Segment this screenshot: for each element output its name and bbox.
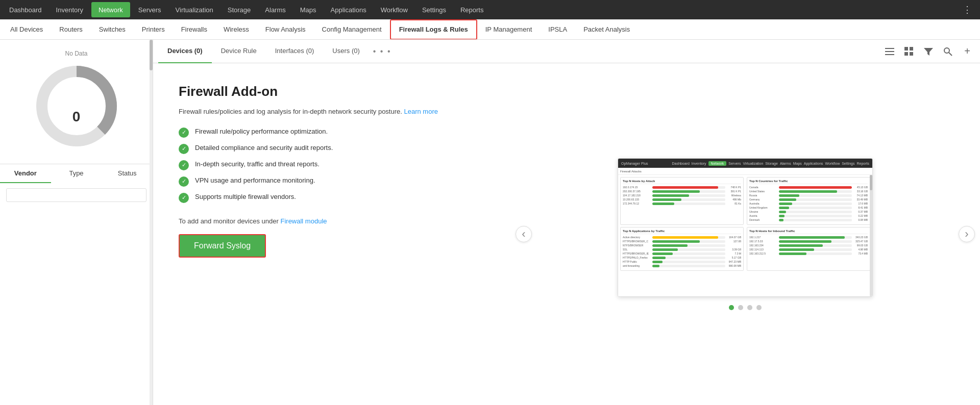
carousel-next-button[interactable]: ›: [959, 226, 975, 242]
nav-item-workflow[interactable]: Workflow: [374, 0, 415, 19]
mini-p2-label5: Australia: [749, 202, 777, 205]
tabs-actions: +: [882, 44, 975, 59]
mini-p2-val5: 17.6 MB: [853, 202, 868, 205]
tab-interfaces[interactable]: Interfaces (0): [266, 40, 324, 63]
mini-p3-val8: 990.08 MB: [727, 264, 741, 267]
subnav-switches[interactable]: Switches: [91, 19, 134, 40]
subnav-config-management[interactable]: Config Management: [314, 19, 390, 40]
mini-scroll-thumb: [870, 175, 872, 190]
learn-more-link[interactable]: Learn more: [404, 108, 438, 115]
mini-p2-val4: 33.49 MB: [853, 198, 868, 201]
tabs-more-dots[interactable]: • • •: [373, 47, 391, 56]
mini-panel-hosts-attack: Top N Hosts by Attack 192.0.174.15 748 K…: [620, 177, 744, 225]
nav-item-maps[interactable]: Maps: [293, 0, 324, 19]
nav-item-network[interactable]: Network: [91, 2, 130, 17]
mini-p2-bar6: [779, 207, 852, 209]
nav-item-inventory[interactable]: Inventory: [49, 0, 90, 19]
mini-p2-row8: Austria 0.22 MB: [749, 214, 868, 217]
mini-p2-bar2: [779, 190, 852, 193]
filter-button[interactable]: [921, 44, 936, 59]
nav-item-alarms[interactable]: Alarms: [258, 0, 292, 19]
tab-device-rule[interactable]: Device Rule: [212, 40, 266, 63]
subnav-firewalls[interactable]: Firewalls: [173, 19, 215, 40]
status-tab[interactable]: Status: [102, 164, 153, 183]
svg-rect-2: [885, 48, 894, 49]
svg-point-10: [944, 48, 949, 53]
svg-rect-6: [910, 47, 913, 50]
forward-syslog-button[interactable]: Forward Syslog: [179, 234, 266, 258]
nav-item-dashboard[interactable]: Dashboard: [2, 0, 49, 19]
mini-nav-virt: Virtualization: [743, 162, 763, 165]
mini-p2-label3: Russia: [749, 194, 777, 197]
mini-p1-bar3: [652, 194, 725, 197]
mini-p2-bar1: [779, 186, 852, 189]
mini-bottom-row: Top N Applications by Traffic Active dir…: [620, 227, 870, 271]
mini-p2-label1: Canada: [749, 186, 777, 189]
nav-item-reports[interactable]: Reports: [453, 0, 491, 19]
check-icon-4: ✓: [179, 176, 189, 187]
subnav-wireless[interactable]: Wireless: [215, 19, 257, 40]
mini-p1-row4: 10.200.63.133 486 Mb: [623, 198, 741, 201]
mini-p2-bar7: [779, 211, 852, 213]
mini-p4-label4: 192.114.113: [749, 248, 777, 251]
svg-rect-7: [904, 52, 908, 56]
mini-nav-inventory: Inventory: [692, 162, 706, 165]
nav-item-virtualization[interactable]: Virtualization: [168, 0, 220, 19]
mini-p2-row2: United States 33.16 GB: [749, 190, 868, 193]
subnav-printers[interactable]: Printers: [134, 19, 173, 40]
grid-view-button[interactable]: [901, 44, 917, 59]
feature-text-2: Detailed compliance and security audit r…: [195, 144, 333, 151]
carousel-dot-1[interactable]: [729, 305, 734, 310]
subnav-packet-analysis[interactable]: Packet Analysis: [575, 19, 638, 40]
firewall-module-highlight: Firewall module: [280, 217, 327, 225]
nav-item-storage[interactable]: Storage: [220, 0, 258, 19]
mini-p1-label1: 192.0.174.15: [623, 186, 651, 189]
subnav-ipsla[interactable]: IPSLA: [540, 19, 575, 40]
mini-nav-dashboard: Dashboard: [672, 162, 690, 165]
carousel-dot-4[interactable]: [756, 305, 762, 310]
nav-item-settings[interactable]: Settings: [415, 0, 453, 19]
carousel-prev-button[interactable]: ‹: [516, 226, 532, 242]
carousel-dot-3[interactable]: [747, 305, 752, 310]
nav-item-servers[interactable]: Servers: [131, 0, 168, 19]
mini-p3-row5: HTTPS/BROWSER_IE 7.3 M: [623, 252, 741, 255]
feature-item-4: ✓ VPN usage and performance monitoring.: [179, 176, 485, 187]
mini-p3-bar1: [652, 236, 725, 239]
subnav-routers[interactable]: Routers: [51, 19, 91, 40]
nav-item-applications[interactable]: Applications: [324, 0, 374, 19]
search-button[interactable]: [940, 44, 955, 59]
mini-p4-bar5: [779, 252, 852, 255]
mini-p2-label8: Austria: [749, 214, 777, 217]
sidebar-search-input[interactable]: [6, 188, 146, 202]
subnav-ip-management[interactable]: IP Management: [477, 19, 541, 40]
tab-users[interactable]: Users (0): [323, 40, 369, 63]
mini-p2-val9: 0.08 MB: [853, 218, 868, 221]
donut-wrapper: 0: [31, 60, 122, 154]
mini-p4-bar4: [779, 248, 852, 251]
mini-p3-row7: HTTP Public 947.23 MB: [623, 260, 741, 263]
mini-p3-label3: NTFS/BROWSER: [623, 244, 651, 247]
type-tab[interactable]: Type: [51, 164, 102, 183]
mini-p2-label2: United States: [749, 190, 777, 193]
mini-p4-label3: 192.163.234: [749, 244, 777, 247]
mini-p3-label6: HTTPS/PALO_Firefox: [623, 256, 651, 259]
sub-navigation: All Devices Routers Switches Printers Fi…: [0, 19, 980, 40]
subnav-flow-analysis[interactable]: Flow Analysis: [257, 19, 314, 40]
mini-app-name: OpManager Plus: [621, 162, 648, 165]
subnav-all-devices[interactable]: All Devices: [2, 19, 51, 40]
feature-list: ✓ Firewall rule/policy performance optim…: [179, 128, 485, 203]
nav-more-icon[interactable]: ⋮: [957, 4, 978, 15]
mini-p3-bar4: [652, 248, 725, 251]
list-view-button[interactable]: [882, 44, 897, 59]
tab-devices[interactable]: Devices (0): [158, 40, 212, 63]
add-button[interactable]: +: [960, 44, 975, 59]
subnav-firewall-logs-rules[interactable]: Firewall Logs & Rules: [390, 19, 477, 40]
carousel-dot-2[interactable]: [738, 305, 743, 310]
check-icon-2: ✓: [179, 144, 189, 154]
mini-topbar: OpManager Plus Dashboard Inventory Netwo…: [618, 159, 872, 168]
mini-p4-val1: 340.23 GB: [853, 236, 868, 239]
mini-p3-label4: SSL: [623, 248, 651, 251]
vendor-tab[interactable]: Vendor: [0, 164, 51, 183]
mini-p3-label8: anti-forwarding: [623, 264, 651, 267]
mini-p1-val5: 81 Ks: [727, 202, 741, 205]
